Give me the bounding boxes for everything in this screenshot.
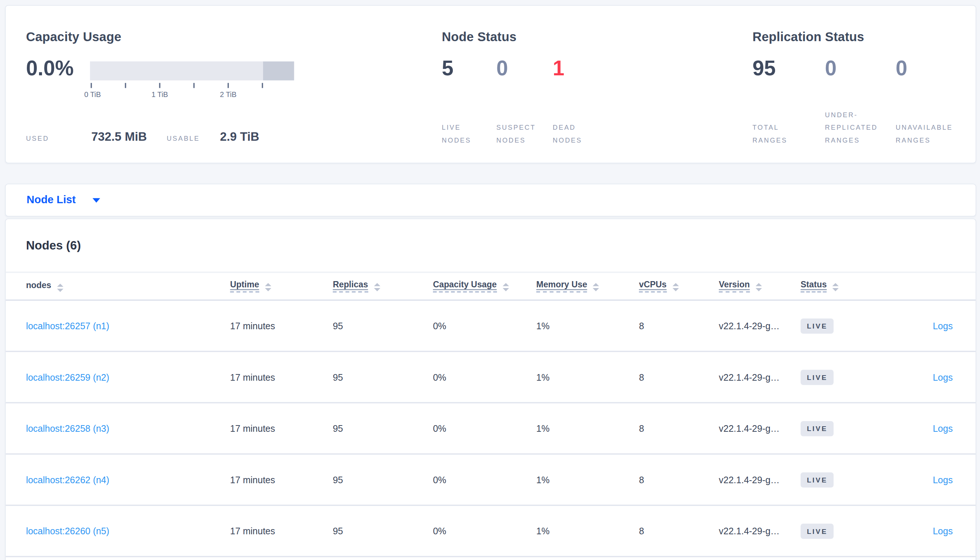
- status-badge: LIVE: [801, 523, 834, 538]
- suspect-nodes-label: SUSPECT NODES: [496, 121, 547, 146]
- node-link[interactable]: localhost:26260 (n5): [26, 526, 230, 536]
- replication-status-title: Replication Status: [752, 29, 974, 45]
- capacity-usage-cell: 0%: [433, 475, 536, 485]
- uptime-cell: 17 minutes: [230, 526, 333, 536]
- table-row: localhost:26260 (n5) 17 minutes 95 0% 1%…: [6, 506, 976, 557]
- sort-icon: [374, 283, 380, 291]
- capacity-usage-title: Capacity Usage: [26, 29, 426, 45]
- sort-icon: [502, 283, 509, 291]
- replicas-cell: 95: [333, 372, 433, 382]
- vcpus-cell: 8: [639, 321, 719, 331]
- vcpus-cell: 8: [639, 526, 719, 536]
- node-status-title: Node Status: [442, 29, 734, 45]
- capacity-usage-legend: USED 732.5 MiB USABLE 2.9 TiB: [26, 130, 426, 144]
- status-cell: LIVE: [801, 318, 889, 333]
- table-row: localhost:26257 (n1) 17 minutes 95 0% 1%…: [6, 301, 976, 352]
- replication-status-section: Replication Status 95 TOTAL RANGES 0 UND…: [752, 29, 974, 147]
- suspect-nodes-count: 0: [496, 56, 552, 80]
- column-header-version[interactable]: Version: [719, 280, 801, 292]
- status-cell: LIVE: [801, 472, 889, 487]
- axis-tick: [262, 83, 263, 88]
- dead-nodes-stat: 1 DEAD NODES: [553, 56, 623, 146]
- replicas-cell: 95: [333, 526, 433, 536]
- capacity-bar-track: [90, 62, 294, 80]
- usable-label: USABLE: [167, 134, 220, 142]
- uptime-cell: 17 minutes: [230, 372, 333, 382]
- under-replicated-ranges-label: UNDER-REPLICATED RANGES: [825, 108, 892, 146]
- logs-link[interactable]: Logs: [933, 372, 953, 382]
- node-link[interactable]: localhost:26257 (n1): [26, 321, 230, 331]
- sort-icon: [756, 283, 762, 291]
- db-console-overview-page: Capacity Usage 0.0% 0 TiB 1 TiB 2 TiB: [0, 0, 980, 560]
- axis-tick: [159, 83, 161, 88]
- vcpus-cell: 8: [639, 372, 719, 382]
- sort-icon: [57, 284, 63, 292]
- replicas-cell: 95: [333, 321, 433, 331]
- sort-icon: [593, 283, 599, 291]
- node-link[interactable]: localhost:26262 (n4): [26, 475, 230, 485]
- logs-link[interactable]: Logs: [933, 526, 953, 536]
- status-cell: LIVE: [801, 421, 889, 436]
- vcpus-cell: 8: [639, 423, 719, 433]
- memory-use-cell: 1%: [536, 475, 639, 485]
- column-header-replicas[interactable]: Replicas: [333, 280, 433, 292]
- status-cell: LIVE: [801, 523, 889, 538]
- capacity-used-percent: 0.0%: [26, 56, 90, 95]
- node-link[interactable]: localhost:26258 (n3): [26, 423, 230, 433]
- axis-tick-label: 2 TiB: [220, 90, 237, 98]
- capacity-usage-cell: 0%: [433, 372, 536, 382]
- nodes-table-header: nodes Uptime Replicas Capacity Usage Mem…: [6, 272, 976, 301]
- uptime-cell: 17 minutes: [230, 423, 333, 433]
- live-nodes-stat: 5 LIVE NODES: [442, 56, 496, 146]
- node-link[interactable]: localhost:26259 (n2): [26, 372, 230, 382]
- chevron-down-icon: [93, 198, 100, 202]
- status-badge: LIVE: [801, 421, 834, 436]
- used-value: 732.5 MiB: [91, 130, 167, 144]
- capacity-bar-dark-segment: [263, 62, 294, 80]
- version-cell: v22.1.4-29-g…: [719, 423, 801, 433]
- memory-use-cell: 1%: [536, 321, 639, 331]
- nodes-table-card: Nodes (6) nodes Uptime Replicas Capacity…: [5, 218, 976, 560]
- column-header-uptime[interactable]: Uptime: [230, 280, 333, 292]
- logs-link[interactable]: Logs: [933, 423, 953, 433]
- version-cell: v22.1.4-29-g…: [719, 526, 801, 536]
- column-header-nodes[interactable]: nodes: [26, 280, 230, 292]
- capacity-usage-chart: 0.0% 0 TiB 1 TiB 2 TiB: [26, 56, 426, 95]
- memory-use-cell: 1%: [536, 526, 639, 536]
- axis-tick: [228, 83, 229, 88]
- used-label: USED: [26, 134, 91, 142]
- axis-tick: [90, 83, 92, 88]
- axis-tick-label: 1 TiB: [152, 90, 168, 98]
- column-header-memory-use[interactable]: Memory Use: [536, 280, 639, 292]
- sort-icon: [265, 283, 271, 291]
- table-row: localhost:26258 (n3) 17 minutes 95 0% 1%…: [6, 403, 976, 455]
- column-header-capacity-usage[interactable]: Capacity Usage: [433, 280, 536, 292]
- version-cell: v22.1.4-29-g…: [719, 321, 801, 331]
- sort-icon: [833, 283, 839, 291]
- status-cell: LIVE: [801, 369, 889, 384]
- unavailable-ranges-label: UNAVAILABLE RANGES: [896, 121, 968, 146]
- table-row: localhost:26259 (n2) 17 minutes 95 0% 1%…: [6, 352, 976, 403]
- node-list-dropdown[interactable]: Node List: [5, 184, 976, 217]
- uptime-cell: 17 minutes: [230, 321, 333, 331]
- unavailable-ranges-count: 0: [896, 56, 975, 80]
- node-list-dropdown-label: Node List: [27, 193, 75, 206]
- uptime-cell: 17 minutes: [230, 475, 333, 485]
- live-nodes-label: LIVE NODES: [442, 121, 480, 146]
- live-nodes-count: 5: [442, 56, 496, 80]
- logs-link[interactable]: Logs: [933, 321, 953, 331]
- memory-use-cell: 1%: [536, 423, 639, 433]
- status-badge: LIVE: [801, 369, 834, 384]
- capacity-usage-section: Capacity Usage 0.0% 0 TiB 1 TiB 2 TiB: [26, 29, 426, 144]
- node-status-stats: 5 LIVE NODES 0 SUSPECT NODES 1 DEAD NODE…: [442, 56, 734, 146]
- dead-nodes-count: 1: [553, 56, 623, 80]
- capacity-usage-cell: 0%: [433, 321, 536, 331]
- column-header-vcpus[interactable]: vCPUs: [639, 280, 719, 292]
- total-ranges-stat: 95 TOTAL RANGES: [752, 56, 825, 146]
- logs-link[interactable]: Logs: [933, 475, 953, 485]
- under-replicated-ranges-count: 0: [825, 56, 896, 80]
- replicas-cell: 95: [333, 423, 433, 433]
- column-header-status[interactable]: Status: [801, 280, 889, 292]
- vcpus-cell: 8: [639, 475, 719, 485]
- memory-use-cell: 1%: [536, 372, 639, 382]
